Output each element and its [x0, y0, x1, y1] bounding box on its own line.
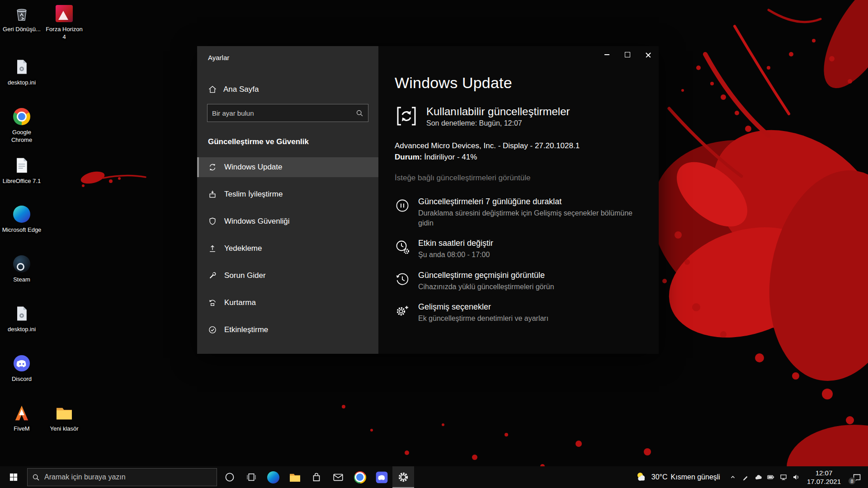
desktop-icon-label: desktop.ini — [8, 326, 36, 333]
action-desc: Ek güncelleştirme denetimleri ve ayarlar… — [418, 314, 548, 324]
discord-icon — [376, 471, 388, 483]
chrome-icon — [354, 471, 366, 483]
action-title: Güncelleştirmeleri 7 günlüğüne duraklat — [418, 197, 635, 206]
sidebar-item-windows-update[interactable]: Windows Update — [197, 157, 378, 177]
forza-horizon-icon — [54, 4, 74, 23]
taskbar-app-chrome[interactable] — [349, 466, 371, 488]
search-icon — [356, 109, 363, 117]
start-button[interactable] — [0, 466, 27, 488]
clock-time: 12:07 — [807, 469, 841, 478]
taskbar-search-box[interactable] — [27, 468, 217, 486]
desktop-icon-fivem[interactable]: FiveM — [2, 403, 42, 433]
action-desc: Şu anda 08:00 - 17:00 — [418, 250, 493, 260]
action-title: Gelişmiş seçenekler — [418, 302, 548, 312]
update-item-name: Advanced Micro Devices, Inc. - Display -… — [395, 141, 641, 150]
settings-search-input[interactable] — [212, 109, 356, 117]
optional-updates-link[interactable]: İsteğe bağlı güncelleştirmeleri görüntül… — [395, 174, 641, 183]
tray-pen[interactable] — [739, 466, 752, 488]
action-title: Etkin saatleri değiştir — [418, 239, 493, 248]
desktop-icon-microsoft-edge[interactable]: Microsoft Edge — [2, 204, 42, 234]
desktop-icon-google-chrome[interactable]: Google Chrome — [2, 107, 42, 144]
weather-widget[interactable]: 30°C Kısmen güneşli — [629, 466, 726, 488]
tray-chevron-up[interactable] — [726, 466, 739, 488]
minimize-button[interactable] — [596, 46, 617, 63]
window-controls — [596, 46, 659, 63]
tray-network[interactable] — [777, 466, 790, 488]
settings-search-box[interactable] — [207, 104, 368, 122]
desktop-icon-discord[interactable]: Discord — [2, 353, 42, 383]
taskbar-app-discord[interactable] — [371, 466, 392, 488]
active-hours-icon — [395, 239, 410, 255]
action-desc: Cihazınızda yüklü güncelleştirmeleri gör… — [418, 282, 554, 292]
home-icon — [208, 85, 217, 94]
windows-logo-icon — [9, 473, 18, 481]
sidebar-item-etkinlestirme[interactable]: Etkinleştirme — [197, 320, 378, 340]
edge-icon — [12, 204, 32, 224]
notification-center-button[interactable]: 8 — [845, 466, 868, 488]
volume-icon — [792, 474, 800, 481]
desktop-icon-recycle-bin[interactable]: Geri Dönüşü... — [2, 4, 42, 33]
activation-icon — [208, 325, 217, 334]
update-status-title: Kullanılabilir güncelleştirmeler — [426, 105, 570, 118]
active-hours-action[interactable]: Etkin saatleri değiştir Şu anda 08:00 - … — [395, 239, 641, 260]
sidebar-item-label: Teslim İyileştirme — [224, 190, 283, 199]
pause-updates-action[interactable]: Güncelleştirmeleri 7 günlüğüne duraklat … — [395, 197, 641, 228]
sidebar-home-label: Ana Sayfa — [223, 85, 259, 94]
sidebar-item-yedekleme[interactable]: Yedekleme — [197, 239, 378, 258]
taskbar-app-task-view[interactable] — [241, 466, 262, 488]
desktop-icon-label: desktop.ini — [8, 79, 36, 87]
store-bag-icon — [311, 471, 322, 483]
close-button[interactable] — [638, 46, 659, 63]
desktop-icon-steam[interactable]: Steam — [2, 254, 42, 284]
desktop-icon-forza-horizon-4[interactable]: Forza Horizon 4 — [44, 4, 84, 41]
taskbar-app-file-explorer[interactable] — [284, 466, 306, 488]
desktop-icon-desktop-ini-2[interactable]: desktop.ini — [2, 304, 42, 333]
taskbar-app-cortana[interactable] — [219, 466, 241, 488]
advanced-options-action[interactable]: Gelişmiş seçenekler Ek güncelleştirme de… — [395, 302, 641, 324]
desktop-icon-label: Discord — [12, 375, 32, 383]
sidebar-item-label: Yedekleme — [224, 244, 262, 253]
taskbar-right: 30°C Kısmen güneşli — [629, 466, 868, 488]
update-actions-list: Güncelleştirmeleri 7 günlüğüne duraklat … — [395, 197, 641, 324]
taskbar-clock[interactable]: 12:07 17.07.2021 — [802, 469, 845, 486]
sidebar-item-teslim-iyilestirme[interactable]: Teslim İyileştirme — [197, 184, 378, 204]
maximize-button[interactable] — [617, 46, 638, 63]
sidebar-item-home[interactable]: Ana Sayfa — [197, 80, 378, 99]
discord-icon — [12, 353, 32, 373]
taskbar-search-input[interactable] — [44, 473, 212, 481]
sidebar-item-kurtarma[interactable]: Kurtarma — [197, 293, 378, 313]
chevron-up-icon — [729, 474, 736, 481]
recovery-icon — [208, 298, 217, 307]
sidebar-item-label: Windows Update — [224, 163, 283, 172]
desktop-icon-yeni-klasor[interactable]: Yeni klasör — [44, 403, 84, 433]
action-desc: Duraklama süresini değiştirmek için Geli… — [418, 208, 635, 228]
desktop-icon-libreoffice[interactable]: LibreOffice 7.1 — [2, 155, 42, 185]
desktop-icon-desktop-ini-1[interactable]: desktop.ini — [2, 57, 42, 87]
battery-icon — [767, 474, 775, 481]
taskbar-app-mail[interactable] — [327, 466, 349, 488]
task-view-icon — [245, 471, 257, 483]
desktop-icon-label: Yeni klasör — [50, 425, 78, 433]
status-label: Durum: — [395, 153, 422, 161]
wrench-icon — [208, 271, 217, 280]
sidebar-item-label: Sorun Gider — [224, 271, 266, 280]
taskbar-app-settings[interactable] — [392, 466, 414, 488]
ini-file-icon — [12, 304, 32, 324]
tray-battery[interactable] — [764, 466, 777, 488]
mail-icon — [332, 471, 344, 483]
taskbar: 30°C Kısmen güneşli — [0, 466, 868, 488]
file-explorer-icon — [289, 472, 301, 483]
status-value: İndiriliyor - 41% — [422, 153, 477, 161]
update-history-action[interactable]: Güncelleştirme geçmişini görüntüle Cihaz… — [395, 271, 641, 292]
sidebar-item-windows-guvenligi[interactable]: Windows Güvenliği — [197, 211, 378, 231]
update-status-hero: Kullanılabilir güncelleştirmeler Son den… — [395, 104, 641, 128]
recycle-bin-icon — [12, 4, 32, 23]
ini-file-icon — [12, 57, 32, 77]
tray-volume[interactable] — [790, 466, 802, 488]
sidebar-item-sorun-gider[interactable]: Sorun Gider — [197, 266, 378, 286]
tray-onedrive[interactable] — [752, 466, 764, 488]
settings-content: Windows Update Kullanılabilir güncelleşt… — [378, 46, 659, 354]
taskbar-app-store[interactable] — [306, 466, 327, 488]
taskbar-app-edge[interactable] — [262, 466, 284, 488]
desktop-icon-label: Microsoft Edge — [2, 226, 42, 234]
